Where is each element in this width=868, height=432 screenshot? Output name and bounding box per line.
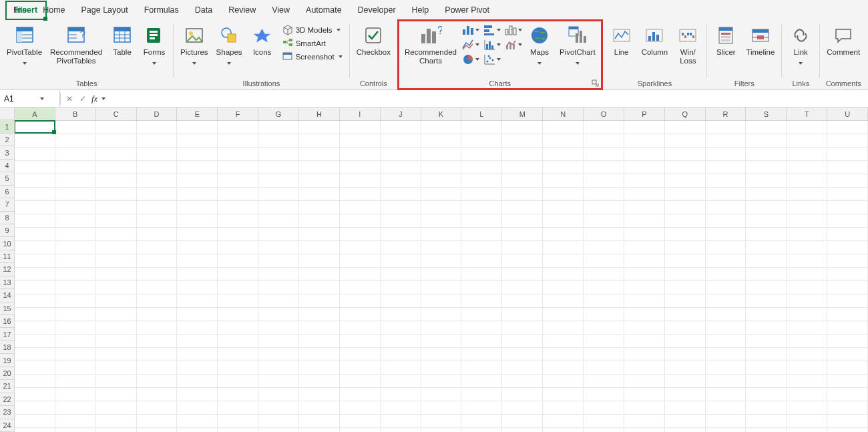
cell[interactable]: [624, 254, 665, 268]
cell[interactable]: [706, 321, 746, 335]
cell[interactable]: [96, 121, 137, 134]
cell[interactable]: [55, 294, 96, 308]
cell[interactable]: [421, 148, 462, 161]
cell[interactable]: [827, 134, 868, 148]
cell[interactable]: [299, 294, 340, 308]
cell[interactable]: [55, 401, 96, 415]
maps-button[interactable]: Maps: [525, 23, 554, 67]
cell[interactable]: [665, 294, 706, 308]
cell[interactable]: [55, 308, 96, 321]
menu-tab-data[interactable]: Data: [187, 2, 220, 19]
cell[interactable]: [706, 121, 746, 134]
cell[interactable]: [258, 348, 299, 361]
cell[interactable]: [584, 388, 624, 401]
cell[interactable]: [421, 268, 462, 281]
cell[interactable]: [177, 375, 218, 388]
cell[interactable]: [218, 214, 258, 228]
cell[interactable]: [584, 134, 624, 148]
cell[interactable]: [55, 201, 96, 214]
cell[interactable]: [55, 388, 96, 401]
cell[interactable]: [624, 214, 665, 228]
cell[interactable]: [381, 161, 421, 174]
cell[interactable]: [137, 161, 178, 174]
cell[interactable]: [55, 161, 96, 174]
cell[interactable]: [787, 228, 827, 241]
cell[interactable]: [381, 201, 421, 214]
cell[interactable]: [381, 375, 421, 388]
pictures-button[interactable]: Pictures: [178, 23, 211, 67]
menu-tab-power-pivot[interactable]: Power Pivot: [437, 2, 497, 19]
cell[interactable]: [55, 281, 96, 294]
cell[interactable]: [584, 254, 624, 268]
cell[interactable]: [502, 415, 543, 428]
cell[interactable]: [665, 228, 706, 241]
cell[interactable]: [177, 148, 218, 161]
cell[interactable]: [746, 375, 787, 388]
cell[interactable]: [258, 415, 299, 428]
cell[interactable]: [340, 241, 381, 254]
col-header[interactable]: P: [624, 107, 665, 121]
menu-tab-review[interactable]: Review: [220, 2, 264, 19]
select-all-corner[interactable]: [0, 107, 15, 120]
cell[interactable]: [340, 188, 381, 201]
cell[interactable]: [584, 401, 624, 415]
cell[interactable]: [299, 174, 340, 188]
cell[interactable]: [624, 428, 665, 432]
menu-tab-page-layout[interactable]: Page Layout: [73, 2, 136, 19]
cell[interactable]: [15, 294, 55, 308]
cell[interactable]: [502, 214, 543, 228]
cell[interactable]: [340, 415, 381, 428]
cell[interactable]: [624, 148, 665, 161]
cell[interactable]: [461, 134, 502, 148]
cell[interactable]: [706, 308, 746, 321]
cell[interactable]: [624, 228, 665, 241]
cell[interactable]: [15, 268, 55, 281]
cell[interactable]: [218, 375, 258, 388]
cell[interactable]: [137, 361, 178, 375]
cell[interactable]: [381, 281, 421, 294]
cell[interactable]: [461, 401, 502, 415]
cell[interactable]: [218, 361, 258, 375]
row-header[interactable]: 7: [0, 198, 15, 211]
col-header[interactable]: U: [827, 107, 868, 121]
cell[interactable]: [96, 415, 137, 428]
cell[interactable]: [258, 335, 299, 348]
cell[interactable]: [543, 254, 584, 268]
cell[interactable]: [258, 375, 299, 388]
recommended-charts-button[interactable]: ? Recommended Charts: [402, 23, 459, 65]
row-header[interactable]: 2: [0, 134, 15, 146]
cell[interactable]: [421, 401, 462, 415]
cell[interactable]: [543, 161, 584, 174]
cell[interactable]: [340, 401, 381, 415]
cell[interactable]: [299, 228, 340, 241]
cell[interactable]: [827, 388, 868, 401]
cell[interactable]: [218, 335, 258, 348]
cell[interactable]: [787, 161, 827, 174]
cell[interactable]: [706, 428, 746, 432]
slicer-button[interactable]: Slicer: [711, 23, 740, 57]
cell[interactable]: [421, 335, 462, 348]
cell[interactable]: [706, 348, 746, 361]
cell[interactable]: [258, 294, 299, 308]
cell[interactable]: [421, 241, 462, 254]
cell[interactable]: [258, 241, 299, 254]
cell[interactable]: [177, 188, 218, 201]
cell[interactable]: [381, 214, 421, 228]
menu-tab-formulas[interactable]: Formulas: [136, 2, 187, 19]
cell[interactable]: [340, 335, 381, 348]
cell[interactable]: [218, 428, 258, 432]
cell[interactable]: [665, 321, 706, 335]
cell[interactable]: [665, 161, 706, 174]
cell[interactable]: [461, 161, 502, 174]
cell[interactable]: [258, 388, 299, 401]
cell[interactable]: [15, 388, 55, 401]
cell[interactable]: [746, 308, 787, 321]
cell[interactable]: [706, 401, 746, 415]
cell[interactable]: [340, 281, 381, 294]
cell[interactable]: [177, 335, 218, 348]
cell[interactable]: [461, 268, 502, 281]
cell[interactable]: [787, 361, 827, 375]
cell[interactable]: [624, 375, 665, 388]
cell[interactable]: [258, 428, 299, 432]
cell[interactable]: [706, 254, 746, 268]
